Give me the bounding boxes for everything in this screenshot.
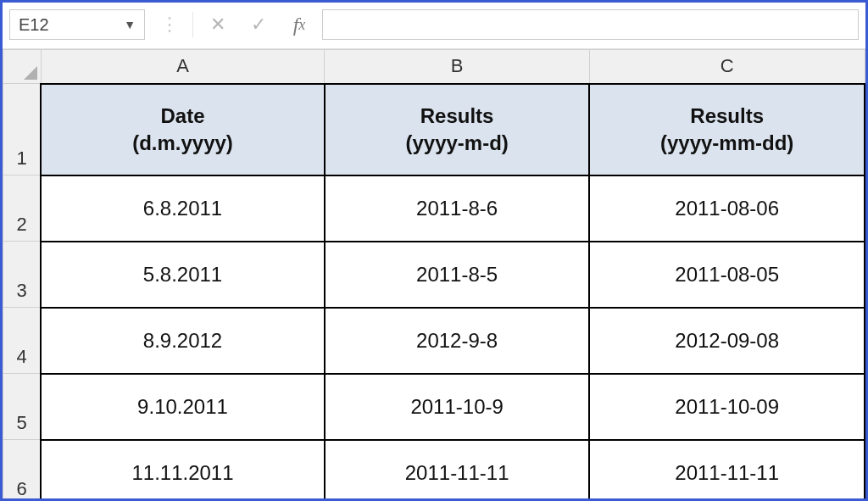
name-box-value: E12 xyxy=(19,15,49,35)
cell-a6[interactable]: 11.11.2011 xyxy=(41,440,325,502)
row-header[interactable]: 4 xyxy=(3,308,42,374)
column-header-b[interactable]: B xyxy=(325,50,589,84)
table-row: 6 11.11.2011 2011-11-11 2011-11-11 xyxy=(3,440,865,502)
insert-function-icon[interactable]: fx xyxy=(281,9,317,40)
cell-a2[interactable]: 6.8.2011 xyxy=(41,175,325,242)
header-a-line1: Date xyxy=(160,104,204,127)
row-header[interactable]: 1 xyxy=(3,84,42,175)
row-header[interactable]: 3 xyxy=(3,242,42,308)
cell-a4[interactable]: 8.9.2012 xyxy=(41,308,325,374)
name-box[interactable]: E12 ▼ xyxy=(9,9,145,40)
cancel-icon: ✕ xyxy=(200,9,236,40)
column-header-c[interactable]: C xyxy=(589,50,865,84)
spreadsheet-grid[interactable]: A B C 1 Date (d.m.yyyy) Results (yyyy-m-… xyxy=(3,49,865,501)
table-row: 5 9.10.2011 2011-10-9 2011-10-09 xyxy=(3,374,865,440)
cell-a3[interactable]: 5.8.2011 xyxy=(41,242,325,308)
cell-a5[interactable]: 9.10.2011 xyxy=(41,374,325,440)
cell-b4[interactable]: 2012-9-8 xyxy=(325,308,589,374)
table-header-row: 1 Date (d.m.yyyy) Results (yyyy-m-d) Res… xyxy=(3,84,865,175)
header-c-line2: (yyyy-mm-dd) xyxy=(591,130,863,156)
select-all-corner[interactable] xyxy=(3,50,42,84)
separator xyxy=(192,12,193,37)
header-c-line1: Results xyxy=(690,104,764,127)
cell-c2[interactable]: 2011-08-06 xyxy=(589,175,865,242)
cell-c4[interactable]: 2012-09-08 xyxy=(589,308,865,374)
column-header-row: A B C xyxy=(3,50,865,84)
row-header[interactable]: 6 xyxy=(3,440,42,502)
more-icon: ⋮ xyxy=(150,9,186,40)
header-b-line1: Results xyxy=(420,104,494,127)
formula-input[interactable] xyxy=(322,9,859,40)
cell-b3[interactable]: 2011-8-5 xyxy=(325,242,589,308)
cell-b5[interactable]: 2011-10-9 xyxy=(325,374,589,440)
header-b-line2: (yyyy-m-d) xyxy=(326,130,587,156)
header-a-line2: (d.m.yyyy) xyxy=(42,130,323,156)
row-header[interactable]: 2 xyxy=(3,175,42,242)
cell-a1[interactable]: Date (d.m.yyyy) xyxy=(41,84,325,175)
cell-b1[interactable]: Results (yyyy-m-d) xyxy=(325,84,589,175)
cell-c3[interactable]: 2011-08-05 xyxy=(589,242,865,308)
formula-bar: E12 ▼ ⋮ ✕ ✓ fx xyxy=(3,3,865,49)
enter-icon: ✓ xyxy=(241,9,276,40)
cell-c6[interactable]: 2011-11-11 xyxy=(589,440,865,502)
column-header-a[interactable]: A xyxy=(41,50,325,84)
table-row: 3 5.8.2011 2011-8-5 2011-08-05 xyxy=(3,242,865,308)
cell-b2[interactable]: 2011-8-6 xyxy=(325,175,589,242)
cell-c5[interactable]: 2011-10-09 xyxy=(589,374,865,440)
table-row: 2 6.8.2011 2011-8-6 2011-08-06 xyxy=(3,175,865,242)
chevron-down-icon[interactable]: ▼ xyxy=(124,18,136,31)
table-row: 4 8.9.2012 2012-9-8 2012-09-08 xyxy=(3,308,865,374)
cell-b6[interactable]: 2011-11-11 xyxy=(325,440,589,502)
row-header[interactable]: 5 xyxy=(3,374,42,440)
cell-c1[interactable]: Results (yyyy-mm-dd) xyxy=(589,84,865,175)
sheet-table: A B C 1 Date (d.m.yyyy) Results (yyyy-m-… xyxy=(3,49,865,501)
